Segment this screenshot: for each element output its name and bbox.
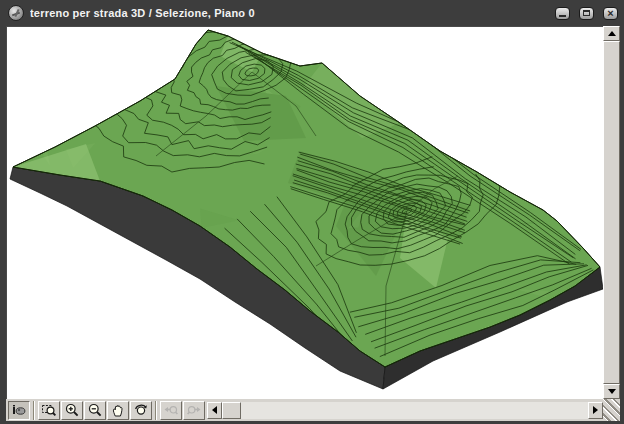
close-button[interactable]: × [603,7,618,20]
arrow-left-icon [212,406,217,414]
zoom-out-icon [87,402,103,418]
arrow-up-icon [608,31,616,36]
bottom-bar [6,399,620,421]
zoom-area-icon [41,402,57,418]
window-title: terreno per strada 3D / Selezione, Piano… [30,7,546,19]
title-bar: terreno per strada 3D / Selezione, Piano… [6,0,620,26]
maximize-icon [583,10,590,16]
window-3d-icon[interactable] [8,5,24,21]
app-window: terreno per strada 3D / Selezione, Piano… [0,0,624,424]
horizontal-scrollbar[interactable] [207,402,603,419]
horizontal-scroll-track[interactable] [241,402,588,419]
resize-grip[interactable] [603,399,620,421]
horizontal-scroll-thumb[interactable] [222,402,241,419]
toolbar-separator [33,401,35,420]
scroll-up-button[interactable] [603,26,620,41]
zoom-in-icon [64,402,80,418]
arrow-down-icon [608,389,616,394]
view-options-button[interactable] [8,401,30,420]
maximize-button[interactable] [579,7,594,20]
zoom-area-button[interactable] [38,401,60,420]
view-options-icon [11,402,27,418]
orbit-icon [133,402,149,418]
view-toolbar [6,399,207,421]
vertical-scrollbar[interactable] [603,26,620,399]
3d-viewport[interactable] [6,26,603,399]
zoom-in-button[interactable] [61,401,83,420]
pan-button[interactable] [107,401,129,420]
terrain-model [6,26,603,399]
minimize-button[interactable] [555,7,570,20]
toolbar-separator [155,401,157,420]
close-icon: × [607,9,613,18]
scroll-right-button[interactable] [588,402,603,419]
main-area [6,26,620,399]
vertical-scroll-thumb[interactable] [603,41,620,384]
zoom-out-button[interactable] [84,401,106,420]
arrow-right-icon [593,406,598,414]
previous-zoom-button [160,401,182,420]
scroll-down-button[interactable] [603,384,620,399]
next-zoom-icon [186,402,202,418]
vertical-scroll-track[interactable] [603,41,620,384]
scroll-left-button[interactable] [207,402,222,419]
orbit-button[interactable] [130,401,152,420]
previous-zoom-icon [163,402,179,418]
minimize-icon [559,15,566,17]
pan-hand-icon [110,402,126,418]
next-zoom-button [183,401,205,420]
